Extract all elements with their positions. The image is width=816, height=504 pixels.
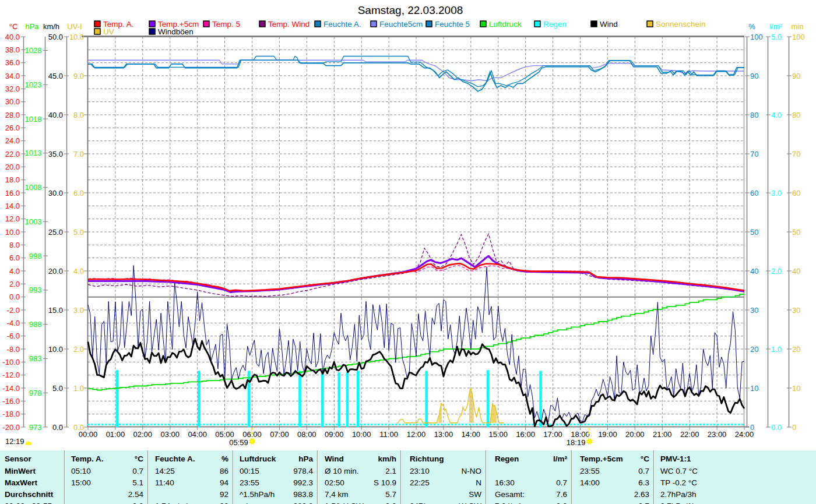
svg-text:8.0: 8.0 — [9, 241, 20, 249]
svg-text:°C: °C — [135, 454, 143, 463]
svg-text:05:00: 05:00 — [215, 430, 234, 439]
svg-text:08:00: 08:00 — [297, 430, 316, 439]
svg-text:0.7: 0.7 — [638, 467, 649, 475]
svg-text:min:: min: — [240, 502, 255, 504]
svg-text:35.0: 35.0 — [48, 150, 63, 158]
svg-text:90: 90 — [750, 72, 758, 80]
svg-text:1003: 1003 — [25, 217, 42, 226]
svg-text:7.6: 7.6 — [556, 490, 567, 499]
svg-text:4.0: 4.0 — [73, 267, 84, 276]
svg-text:23:55: 23:55 — [240, 478, 259, 487]
svg-text:36.0: 36.0 — [5, 58, 20, 67]
svg-text:l/m²: l/m² — [769, 22, 782, 31]
svg-text:20: 20 — [750, 345, 758, 354]
svg-text:Wind: Wind — [325, 454, 344, 463]
svg-text:-6.0: -6.0 — [7, 332, 20, 340]
svg-text:07:00: 07:00 — [270, 430, 289, 439]
svg-text:2.0: 2.0 — [9, 280, 20, 288]
svg-text:24.0: 24.0 — [5, 136, 20, 145]
svg-text:10: 10 — [750, 384, 758, 393]
svg-text:04:00: 04:00 — [188, 430, 207, 439]
svg-text:05:59: 05:59 — [229, 438, 248, 447]
svg-text:Temp. 5: Temp. 5 — [212, 20, 240, 29]
svg-text:1013: 1013 — [25, 149, 42, 157]
svg-text:30: 30 — [750, 306, 758, 315]
svg-text:Wind: Wind — [600, 20, 618, 29]
svg-text:01:00: 01:00 — [106, 430, 125, 439]
svg-text:38.0: 38.0 — [5, 45, 20, 54]
svg-text:32.0: 32.0 — [5, 84, 20, 93]
svg-text:8.0: 8.0 — [73, 111, 84, 119]
svg-text:100: 100 — [792, 33, 805, 41]
svg-text:92: 92 — [220, 502, 228, 504]
svg-text:↑983.8: ↑983.8 — [289, 502, 313, 504]
svg-text:-18.0: -18.0 — [2, 410, 20, 418]
svg-text:0.2: 0.2 — [385, 502, 396, 504]
svg-text:30.0: 30.0 — [5, 97, 20, 106]
svg-text:Feuchte A.: Feuchte A. — [155, 454, 195, 463]
svg-text:0.2: 0.2 — [556, 502, 567, 504]
svg-text:Durchschnitt: Durchschnitt — [5, 490, 54, 499]
svg-text:23:10: 23:10 — [410, 467, 430, 475]
svg-text:0.0: 0.0 — [771, 423, 782, 432]
svg-text:21:00: 21:00 — [653, 430, 672, 439]
svg-text:Feuchte5cm: Feuchte5cm — [379, 20, 423, 29]
svg-text:12.0: 12.0 — [5, 214, 20, 223]
svg-text:km/h: km/h — [43, 22, 59, 31]
svg-text:1018: 1018 — [25, 115, 42, 124]
svg-text:Sonnenschein: Sonnenschein — [656, 20, 706, 29]
svg-text:%: % — [221, 454, 228, 463]
svg-text:40: 40 — [750, 267, 758, 276]
svg-text:Richtung: Richtung — [410, 454, 444, 463]
svg-text:22.0: 22.0 — [5, 150, 20, 158]
svg-text:06:00: 06:00 — [242, 430, 262, 439]
svg-text:100: 100 — [750, 33, 763, 41]
svg-text:2.0: 2.0 — [771, 267, 782, 276]
svg-text:Temp.+5cm: Temp.+5cm — [580, 454, 623, 463]
svg-text:7,4 km: 7,4 km — [325, 490, 349, 499]
svg-text:0.7: 0.7 — [638, 502, 649, 504]
svg-text:90: 90 — [792, 72, 800, 80]
svg-text:15:00: 15:00 — [71, 478, 91, 487]
svg-text:16.0: 16.0 — [5, 189, 20, 198]
svg-text:SW: SW — [469, 490, 481, 499]
svg-text:PMV-1:1: PMV-1:1 — [660, 454, 691, 463]
svg-text:22:00: 22:00 — [680, 430, 699, 439]
svg-text:0.7hPa/1h: 0.7hPa/1h — [660, 502, 697, 504]
svg-text:Feuchte A.: Feuchte A. — [323, 20, 361, 29]
svg-text:12:19: 12:19 — [5, 437, 24, 446]
svg-text:3.0: 3.0 — [73, 306, 84, 315]
svg-text:20:00: 20:00 — [625, 430, 645, 439]
svg-text:min: min — [792, 22, 804, 31]
svg-text:86: 86 — [220, 467, 228, 475]
svg-text:15:00: 15:00 — [488, 430, 508, 439]
svg-text:60: 60 — [750, 189, 758, 198]
svg-text:24:00: 24:00 — [735, 430, 754, 439]
svg-text:34.0: 34.0 — [5, 72, 20, 80]
svg-text:7.0: 7.0 — [73, 150, 84, 158]
svg-text:Windböen: Windböen — [158, 27, 194, 36]
svg-text:UV-I: UV-I — [67, 22, 82, 31]
svg-text:3.0: 3.0 — [771, 189, 782, 198]
svg-text:-10.0: -10.0 — [2, 358, 20, 366]
svg-text:2.0: 2.0 — [73, 345, 84, 354]
svg-text:W-SW: W-SW — [459, 502, 481, 504]
svg-text:WC 0.7 °C: WC 0.7 °C — [660, 467, 698, 475]
svg-text:973: 973 — [29, 423, 42, 432]
svg-text:00:00: 00:00 — [79, 430, 98, 439]
svg-text:10.0: 10.0 — [48, 345, 63, 354]
svg-text:23:55: 23:55 — [580, 467, 600, 475]
svg-text:50: 50 — [750, 228, 758, 237]
svg-text:15.0: 15.0 — [48, 306, 63, 315]
svg-text:1.0: 1.0 — [73, 384, 84, 393]
svg-text:°C: °C — [9, 22, 18, 31]
svg-text:6.0: 6.0 — [73, 189, 84, 198]
svg-text:13:00: 13:00 — [434, 430, 453, 439]
svg-text:-4.0: -4.0 — [7, 319, 20, 327]
svg-text:03:00: 03:00 — [160, 430, 180, 439]
svg-text:45.0: 45.0 — [48, 72, 63, 80]
svg-text:28.0: 28.0 — [5, 111, 20, 119]
svg-text:18:00: 18:00 — [571, 430, 590, 439]
svg-text:%: % — [748, 22, 755, 31]
svg-text:9.0: 9.0 — [73, 72, 84, 80]
